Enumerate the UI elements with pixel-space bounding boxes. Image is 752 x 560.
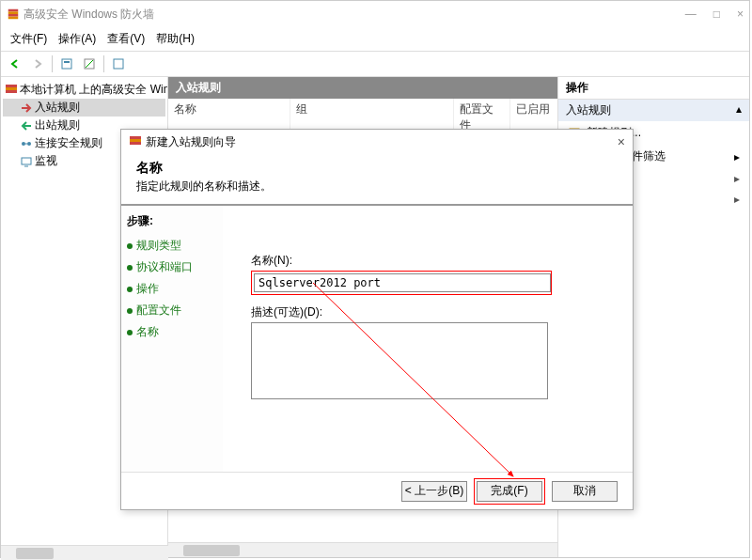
close-button[interactable]: × <box>737 8 744 21</box>
tree-root[interactable]: 本地计算机 上的高级安全 Win <box>3 81 165 99</box>
wizard-content: 名称(N): 描述(可选)(D): <box>223 206 633 472</box>
monitor-icon <box>20 155 33 168</box>
wizard-header: 名称 指定此规则的名称和描述。 <box>121 154 633 206</box>
svg-rect-3 <box>114 59 123 69</box>
chevron-right-icon: ▸ <box>734 150 740 163</box>
svg-rect-0 <box>62 59 71 69</box>
menubar: 文件(F) 操作(A) 查看(V) 帮助(H) <box>1 27 749 52</box>
svg-point-5 <box>27 142 31 146</box>
svg-rect-1 <box>64 61 70 63</box>
chevron-right-icon: ▸ <box>734 172 740 185</box>
firewall-icon <box>129 135 142 148</box>
window-title: 高级安全 Windows 防火墙 <box>24 7 154 23</box>
titlebar: 高级安全 Windows 防火墙 — □ × <box>1 1 749 27</box>
wizard-head-title: 名称 <box>136 160 618 177</box>
toolbar <box>1 52 749 77</box>
chevron-right-icon: ▸ <box>734 193 740 206</box>
toolbar-icon-3[interactable] <box>108 54 129 74</box>
outbound-icon <box>20 119 33 132</box>
minimize-button[interactable]: — <box>685 8 697 21</box>
actions-header: 操作 <box>558 77 749 100</box>
rules-header: 入站规则 <box>168 77 557 99</box>
toolbar-icon-2[interactable] <box>79 54 100 74</box>
step-rule-type[interactable]: 规则类型 <box>127 235 217 257</box>
svg-point-4 <box>22 142 25 146</box>
wizard-dialog: 新建入站规则向导 × 名称 指定此规则的名称和描述。 步骤: 规则类型 协议和端… <box>120 129 634 510</box>
finish-button[interactable]: 完成(F) <box>477 481 542 502</box>
name-highlight <box>251 271 552 295</box>
name-input[interactable] <box>254 273 551 292</box>
firewall-icon <box>7 8 20 21</box>
name-label: 名称(N): <box>251 253 614 269</box>
tree-inbound[interactable]: 入站规则 <box>3 99 165 117</box>
menu-action[interactable]: 操作(A) <box>55 29 100 49</box>
tree-h-scrollbar[interactable] <box>1 545 168 560</box>
menu-file[interactable]: 文件(F) <box>7 29 51 49</box>
back-button[interactable]: < 上一步(B) <box>401 481 467 502</box>
wizard-steps: 步骤: 规则类型 协议和端口 操作 配置文件 名称 <box>121 206 223 472</box>
wizard-head-subtitle: 指定此规则的名称和描述。 <box>136 179 618 194</box>
step-action[interactable]: 操作 <box>127 278 217 300</box>
back-button[interactable] <box>5 54 25 74</box>
collapse-icon[interactable]: ▴ <box>736 102 742 118</box>
wizard-titlebar: 新建入站规则向导 × <box>121 130 633 154</box>
forward-button[interactable] <box>27 54 48 74</box>
svg-rect-6 <box>22 158 31 164</box>
step-name[interactable]: 名称 <box>127 321 217 343</box>
menu-view[interactable]: 查看(V) <box>103 29 149 49</box>
step-protocol-port[interactable]: 协议和端口 <box>127 257 217 278</box>
maximize-button[interactable]: □ <box>713 8 720 21</box>
inbound-icon <box>20 101 33 115</box>
desc-label: 描述(可选)(D): <box>251 304 614 320</box>
actions-sub-header: 入站规则 ▴ <box>558 100 749 121</box>
description-input[interactable] <box>251 322 548 399</box>
step-profile[interactable]: 配置文件 <box>127 300 217 321</box>
firewall-icon <box>5 84 18 97</box>
menu-help[interactable]: 帮助(H) <box>152 29 198 49</box>
h-scrollbar[interactable] <box>168 542 557 557</box>
connection-icon <box>20 137 33 150</box>
toolbar-icon-1[interactable] <box>56 54 77 74</box>
cancel-button[interactable]: 取消 <box>552 481 618 502</box>
wizard-close-button[interactable]: × <box>618 134 625 149</box>
wizard-buttons: < 上一步(B) 完成(F) 取消 <box>121 472 633 509</box>
steps-header: 步骤: <box>127 213 217 229</box>
